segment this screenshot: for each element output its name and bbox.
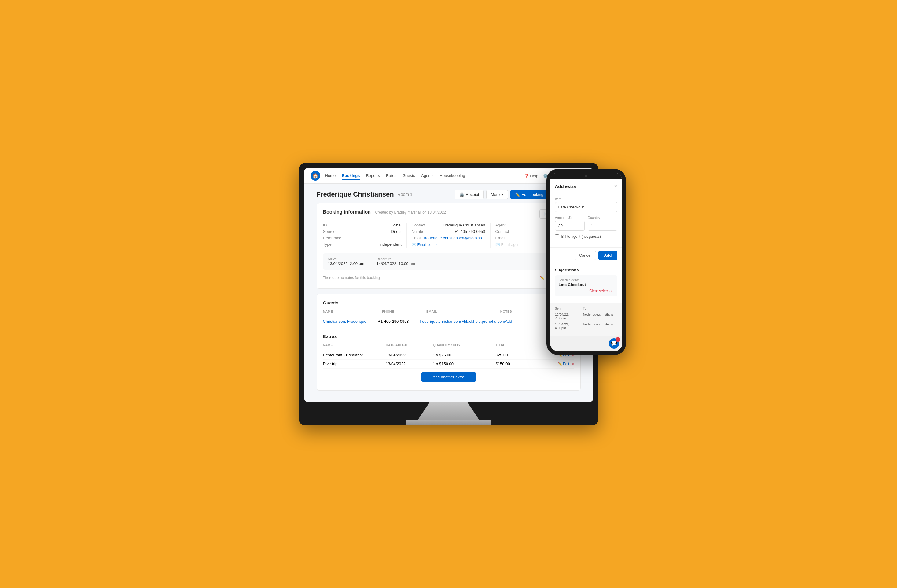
guests-table-header: Name Phone Email Notes Actions (323, 308, 574, 315)
extras-table-header: Name Date added Quantity / Cost Total Ac… (323, 341, 574, 349)
booking-title: Frederique Christiansen Room 1 (317, 190, 413, 198)
modal-footer: Cancel Add (550, 247, 622, 263)
suggestions-section: Suggestions Selected extra: Late Checkou… (550, 263, 622, 303)
delete-extra-1-button[interactable]: × (571, 361, 574, 366)
modal-close-button[interactable]: × (614, 183, 617, 190)
nav-item-guests[interactable]: Guests (403, 172, 415, 180)
bill-agent-row: Bill to agent (not guests) (555, 234, 617, 239)
monitor-base (406, 420, 491, 426)
room-badge: Room 1 (398, 192, 413, 197)
item-field-group: Item (555, 197, 617, 212)
qty-input[interactable] (588, 220, 617, 231)
nav-item-reports[interactable]: Reports (366, 172, 380, 180)
phone-screen: Add extra × Item Amount ($) (550, 173, 622, 351)
add-notes-button[interactable]: Add (505, 319, 546, 324)
amount-qty-row: Amount ($) Quantity (555, 216, 617, 234)
modal-cancel-button[interactable]: Cancel (574, 251, 596, 260)
guest-email-link[interactable]: frederique.christiansen@blackhole.prenoh… (419, 319, 505, 324)
email-contact-button[interactable]: ✉️ Email contact (412, 243, 485, 247)
phone-camera (585, 175, 588, 177)
phone-container: Add extra × Item Amount ($) (546, 169, 626, 355)
arrival-row: Arrival 13/04/2022, 2:00 pm Departure 14… (323, 253, 574, 270)
qty-field-group: Quantity (588, 216, 617, 231)
amount-input[interactable] (555, 220, 585, 231)
sent-header-row: Sent To (555, 307, 617, 310)
guest-row: Christiansen, Frederique +1-405-290-0953… (323, 317, 574, 326)
guests-section: Guests Name Phone Email Notes Actions Ch… (323, 300, 574, 326)
extra-row-0: Restaurant - Breakfast 13/04/2022 1 x $2… (323, 351, 574, 360)
phone-bottom: 💬 1 (550, 336, 622, 351)
booking-info-card: Booking information Created by Bradley m… (317, 203, 581, 289)
modal-body: Item Amount ($) Quantity (550, 193, 622, 247)
nav-item-agents[interactable]: Agents (421, 172, 433, 180)
info-col-contact: ContactFrederique Christiansen Number+1-… (407, 223, 490, 248)
nav-item-housekeeping[interactable]: Housekeeping (440, 172, 465, 180)
nav-items: Home Bookings Reports Rates Guests Agent… (325, 172, 524, 180)
add-extra-modal: Add extra × Item Amount ($) (550, 179, 622, 303)
arrival-item: Arrival 13/04/2022, 2:00 pm (328, 257, 364, 266)
sent-item-0: 13/04/22,7:35am frederique.christiansen@… (555, 312, 617, 320)
booking-info-header: Booking information Created by Bradley m… (323, 209, 446, 215)
booking-header: Frederique Christiansen Room 1 🖨️ Receip… (317, 190, 581, 199)
guest-name-link[interactable]: Christiansen, Frederique (323, 319, 378, 324)
item-input[interactable] (555, 202, 617, 212)
edit-booking-button[interactable]: ✏️ Edit booking (510, 190, 548, 199)
sent-section: Sent To 13/04/22,7:35am frederique.chris… (550, 303, 622, 336)
monitor-stand (418, 401, 479, 420)
add-another-extra-button[interactable]: Add another extra (421, 372, 476, 382)
notes-row: There are no notes for this booking. ✏️ … (323, 273, 574, 282)
departure-item: Departure 14/04/2022, 10:00 am (377, 257, 415, 266)
info-col-booking: ID2858 SourceDirect Reference– TypeIndep… (323, 223, 407, 248)
receipt-button[interactable]: 🖨️ Receipt (455, 190, 484, 199)
extras-section: Extras Name Date added Quantity / Cost T… (323, 334, 574, 382)
phone: Add extra × Item Amount ($) (546, 169, 626, 355)
chat-badge: 1 (615, 337, 620, 342)
suggestion-item[interactable]: Selected extra: Late Checkout Clear sele… (555, 276, 617, 296)
guest-name: Frederique Christiansen (317, 190, 394, 198)
suggestions-title: Suggestions (555, 268, 617, 272)
sent-item-1: 15/04/22,4:00pm frederique.christiansen@… (555, 322, 617, 330)
guests-extras-card: Guests Name Phone Email Notes Actions Ch… (317, 294, 581, 390)
chat-button[interactable]: 💬 1 (609, 338, 619, 349)
guest-phone: +1-405-290-0953 (378, 319, 419, 324)
nav-item-rates[interactable]: Rates (386, 172, 396, 180)
chevron-down-icon: ▾ (501, 192, 504, 197)
email-agent-icon: ✉️ (495, 243, 500, 247)
bill-agent-checkbox[interactable] (555, 234, 559, 238)
edit-extra-1-button[interactable]: ✏️ Edit (558, 362, 569, 366)
scene: 🏠 Home Bookings Reports Rates Guests Age… (280, 163, 617, 426)
extra-row-1: Dive trip 13/04/2022 1 x $150.00 $150.00… (323, 360, 574, 369)
clear-selection-button[interactable]: Clear selection (559, 289, 614, 293)
modal-header: Add extra × (550, 179, 622, 193)
nav-logo[interactable]: 🏠 (311, 171, 320, 181)
extra-1-actions: ✏️ Edit × (543, 361, 574, 366)
nav-item-bookings[interactable]: Bookings (342, 172, 360, 180)
info-grid: ID2858 SourceDirect Reference– TypeIndep… (323, 223, 574, 248)
modal-add-button[interactable]: Add (599, 251, 617, 260)
divider (323, 330, 574, 330)
nav-help[interactable]: ❓ Help (524, 174, 538, 178)
more-button[interactable]: More ▾ (486, 190, 508, 199)
email-icon: ✉️ (412, 243, 416, 247)
nav-item-home[interactable]: Home (325, 172, 336, 180)
printer-icon: 🖨️ (459, 192, 464, 197)
pencil-icon: ✏️ (540, 276, 544, 280)
amount-field-group: Amount ($) (555, 216, 585, 231)
edit-icon: ✏️ (515, 192, 520, 197)
modal-title: Add extra (555, 184, 576, 189)
